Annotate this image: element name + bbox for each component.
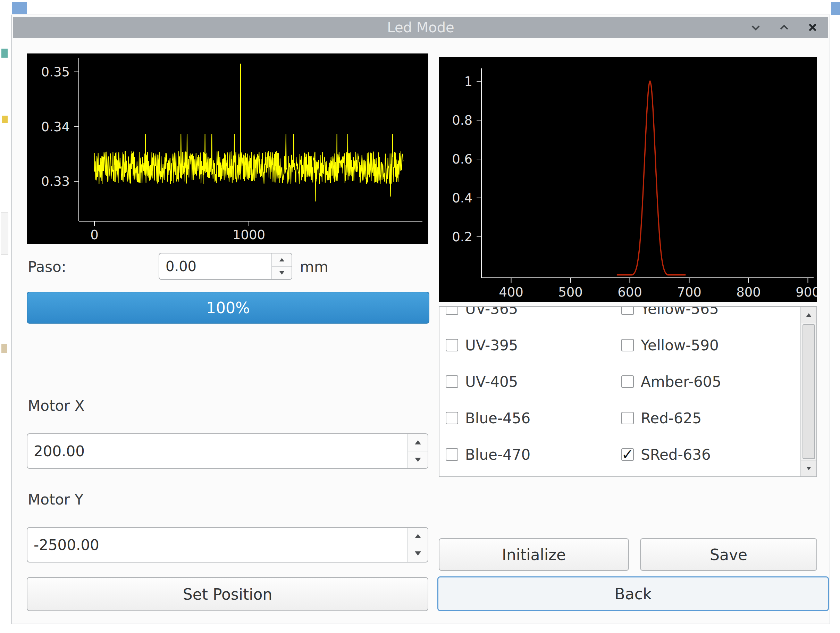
- svg-text:0.8: 0.8: [452, 113, 472, 128]
- checkbox-label: Blue-470: [465, 446, 531, 463]
- motor-x-input[interactable]: [27, 434, 407, 468]
- paso-spinner: [272, 253, 292, 279]
- motor-y-spinner: [407, 528, 428, 562]
- paso-label: Paso:: [28, 258, 66, 275]
- led-option-uv-365[interactable]: UV-365: [446, 306, 518, 327]
- noise-chart: 0.330.340.3501000: [27, 54, 428, 244]
- background-artifact: [12, 2, 27, 14]
- motor-y-input[interactable]: [27, 528, 407, 562]
- svg-text:400: 400: [499, 285, 523, 300]
- checkbox-label: Yellow-590: [641, 337, 719, 354]
- scroll-thumb[interactable]: [802, 324, 815, 459]
- motor-y-spinbox: [27, 527, 428, 562]
- led-checkbox-list: UV-365Yellow-565UV-395Yellow-590UV-405Am…: [439, 306, 817, 477]
- checkbox-label: Yellow-565: [641, 306, 719, 317]
- initialize-button[interactable]: Initialize: [439, 538, 629, 571]
- led-option-blue-470[interactable]: Blue-470: [446, 437, 531, 473]
- svg-text:1: 1: [464, 74, 472, 89]
- svg-text:800: 800: [736, 285, 761, 300]
- checkbox-label: UV-405: [465, 373, 518, 390]
- scroll-down-button[interactable]: [801, 460, 816, 476]
- checkbox-blue-470[interactable]: [446, 448, 458, 461]
- svg-text:1000: 1000: [232, 228, 265, 242]
- led-option-yellow-590[interactable]: Yellow-590: [621, 327, 719, 363]
- svg-text:0.34: 0.34: [41, 119, 70, 135]
- motor-x-spin-down-button[interactable]: [408, 451, 428, 468]
- checkbox-amber-605[interactable]: [621, 375, 634, 388]
- back-button[interactable]: Back: [437, 576, 829, 611]
- svg-text:0.4: 0.4: [452, 191, 472, 206]
- chevron-up-icon[interactable]: [777, 21, 791, 34]
- led-option-uv-405[interactable]: UV-405: [446, 364, 518, 400]
- background-artifact: [1, 212, 8, 255]
- led-mode-window: Led Mode 0.330.340.3501000 Paso:: [11, 14, 830, 624]
- checkbox-label: Red-625: [641, 410, 701, 427]
- close-icon[interactable]: [806, 21, 819, 34]
- motor-y-spin-down-button[interactable]: [408, 545, 428, 562]
- checkbox-yellow-590[interactable]: [621, 339, 634, 351]
- led-list-scrollbar[interactable]: [801, 307, 816, 476]
- triangle-down-icon: [415, 551, 421, 555]
- checkbox-yellow-565[interactable]: [621, 306, 634, 315]
- motor-x-spin-up-button[interactable]: [408, 434, 428, 451]
- checkbox-uv-365[interactable]: [446, 306, 458, 315]
- led-checkbox-row: UV-395Yellow-590: [439, 327, 800, 363]
- progress-label: 100%: [206, 299, 250, 316]
- checkbox-sred-636[interactable]: ✓: [621, 448, 634, 461]
- chevron-down-icon[interactable]: [749, 21, 762, 34]
- led-option-blue-456[interactable]: Blue-456: [446, 400, 531, 436]
- triangle-up-icon: [806, 313, 811, 316]
- background-artifact: [2, 116, 8, 123]
- checkbox-uv-405[interactable]: [446, 375, 458, 388]
- spectrum-chart: 0.20.40.60.81400500600700800900: [439, 57, 817, 302]
- checkbox-red-625[interactable]: [621, 412, 634, 424]
- led-checkbox-row: Blue-456Red-625: [439, 400, 800, 436]
- motor-x-spinner: [407, 434, 428, 468]
- triangle-down-icon: [415, 457, 421, 462]
- checkbox-blue-456[interactable]: [446, 412, 458, 424]
- window-title: Led Mode: [387, 19, 454, 35]
- checkbox-uv-395[interactable]: [446, 339, 458, 351]
- svg-text:500: 500: [558, 285, 583, 300]
- save-label: Save: [710, 546, 747, 563]
- checkbox-label: UV-395: [465, 337, 518, 354]
- back-label: Back: [615, 585, 652, 603]
- svg-text:0: 0: [90, 228, 99, 242]
- svg-text:600: 600: [617, 285, 642, 300]
- led-checkbox-row: UV-405Amber-605: [439, 364, 800, 400]
- svg-text:0.33: 0.33: [41, 174, 70, 189]
- set-position-label: Set Position: [183, 586, 273, 603]
- motor-y-spin-up-button[interactable]: [408, 528, 428, 545]
- background-artifact: [2, 344, 7, 353]
- triangle-down-icon: [279, 271, 284, 275]
- background-artifact: [831, 2, 840, 15]
- motor-x-label: Motor X: [28, 397, 85, 414]
- svg-text:900: 900: [796, 285, 817, 300]
- paso-unit-label: mm: [300, 258, 328, 275]
- triangle-up-icon: [415, 534, 421, 538]
- led-option-amber-605[interactable]: Amber-605: [621, 364, 721, 400]
- initialize-label: Initialize: [502, 546, 566, 563]
- motor-x-spinbox: [27, 434, 428, 469]
- svg-text:0.2: 0.2: [452, 229, 472, 244]
- checkbox-label: UV-365: [465, 306, 518, 317]
- scroll-up-button[interactable]: [801, 307, 816, 323]
- led-option-uv-395[interactable]: UV-395: [446, 327, 518, 363]
- paso-spin-down-button[interactable]: [272, 267, 292, 280]
- set-position-button[interactable]: Set Position: [27, 577, 428, 611]
- background-artifact: [2, 49, 8, 58]
- titlebar[interactable]: Led Mode: [13, 17, 828, 38]
- progress-bar: 100%: [27, 292, 429, 324]
- triangle-down-icon: [806, 467, 811, 470]
- window-controls: [749, 17, 819, 38]
- led-option-sred-636[interactable]: ✓SRed-636: [621, 437, 711, 473]
- led-option-red-625[interactable]: Red-625: [621, 400, 701, 436]
- checkbox-label: Blue-456: [465, 410, 531, 427]
- paso-input[interactable]: [159, 253, 272, 279]
- paso-spin-up-button[interactable]: [272, 253, 292, 267]
- screen: Led Mode 0.330.340.3501000 Paso:: [0, 0, 840, 633]
- svg-text:0.35: 0.35: [41, 65, 70, 79]
- led-option-yellow-565[interactable]: Yellow-565: [621, 306, 719, 327]
- svg-text:700: 700: [677, 285, 701, 300]
- save-button[interactable]: Save: [640, 538, 817, 571]
